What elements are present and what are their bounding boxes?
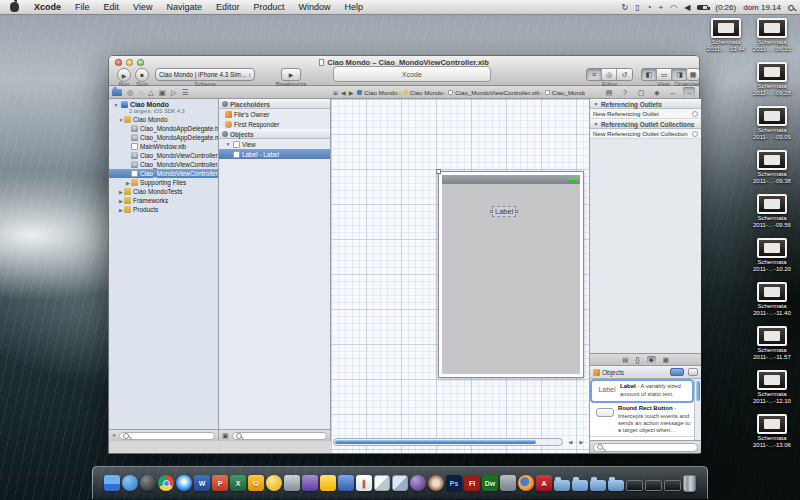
apple-menu-icon[interactable]: [10, 2, 19, 12]
connection-circle[interactable]: [692, 111, 698, 117]
dock-icon-flash[interactable]: Fl: [464, 475, 480, 491]
dock-icon-cube-light[interactable]: [374, 475, 390, 491]
dock-icon-dreamweaver[interactable]: Dw: [482, 475, 498, 491]
placeholders-header[interactable]: Placeholders: [219, 99, 330, 109]
menu-view[interactable]: View: [126, 0, 159, 15]
desktop-icon[interactable]: Schermata2011-…-06.15: [748, 18, 796, 62]
quick-help-icon[interactable]: ?: [619, 87, 631, 98]
symbol-navigator-icon[interactable]: ◎: [127, 88, 134, 97]
dock-icon-min-window-3[interactable]: [664, 480, 681, 491]
organizer-button[interactable]: ▦: [686, 68, 700, 81]
desktop-icon[interactable]: Schermata2011-…-09.09: [748, 106, 796, 150]
version-editor-icon[interactable]: ↺: [617, 69, 632, 80]
connection-circle[interactable]: [692, 131, 698, 137]
scrollbar-buttons[interactable]: ◀▶: [565, 438, 587, 446]
breadcrumb-item[interactable]: Ciao_MondoViewController.xib (English): [544, 89, 585, 96]
stop-button[interactable]: ■: [135, 68, 149, 82]
size-inspector-icon[interactable]: ↔: [667, 87, 679, 98]
object-library-icon[interactable]: ◆: [647, 356, 656, 364]
clock[interactable]: dom 19.14: [743, 3, 781, 12]
desktop-icon[interactable]: Schermata2011-…-13.06: [748, 414, 796, 458]
dock-icon-blue-app[interactable]: [338, 475, 354, 491]
tree-item[interactable]: ▶Supporting Files: [109, 178, 218, 187]
dock-icon-excel[interactable]: X: [230, 475, 246, 491]
library-view-toggle[interactable]: [688, 368, 698, 376]
menu-help[interactable]: Help: [338, 0, 371, 15]
project-row[interactable]: ▼ Ciao Mondo 2 targets, iOS SDK 4.3: [109, 99, 218, 115]
label-row[interactable]: Label - Label: [219, 149, 330, 159]
view-background[interactable]: Label: [442, 184, 580, 374]
dock-icon-word[interactable]: W: [194, 475, 210, 491]
bluetooth-icon[interactable]: +: [658, 3, 663, 12]
project-navigator-icon[interactable]: [112, 89, 122, 96]
navigator-toggle-icon[interactable]: ◧: [642, 69, 657, 80]
breakpoint-navigator-icon[interactable]: ▷: [171, 88, 177, 97]
iphone-view[interactable]: Label: [438, 171, 584, 378]
menu-xcode[interactable]: Xcode: [27, 0, 68, 15]
dock-icon-chrome[interactable]: [158, 475, 174, 491]
tree-item[interactable]: hCiao_MondoViewController.h: [109, 151, 218, 160]
menu-window[interactable]: Window: [291, 0, 337, 15]
spotlight-icon[interactable]: [788, 5, 794, 11]
dock-icon-folder-apps[interactable]: [554, 480, 570, 491]
dock-icon-cube-blue[interactable]: [392, 475, 408, 491]
dock-icon-photoshop[interactable]: Ps: [446, 475, 462, 491]
disclosure-triangle[interactable]: ▼: [225, 141, 231, 147]
battery-icon[interactable]: [697, 5, 708, 10]
tree-item[interactable]: mCiao_MondoViewController.m: [109, 160, 218, 169]
dock-icon-cyberduck[interactable]: [320, 475, 336, 491]
first-responder-row[interactable]: First Responder: [219, 119, 330, 129]
debug-navigator-icon[interactable]: ▣: [159, 88, 166, 97]
view-row[interactable]: ▼ View: [219, 139, 330, 149]
selection-handle[interactable]: [490, 210, 493, 213]
dock-icon-powerpoint[interactable]: P: [212, 475, 228, 491]
identity-inspector-icon[interactable]: ▢: [635, 87, 647, 98]
breadcrumb-item[interactable]: Ciao_MondoViewController.xib: [447, 89, 540, 96]
menu-editor[interactable]: Editor: [209, 0, 247, 15]
issue-navigator-icon[interactable]: △: [148, 88, 154, 97]
run-button[interactable]: ▶: [117, 68, 131, 82]
media-library-icon[interactable]: ▦: [663, 356, 669, 364]
tree-item[interactable]: ▶Ciao MondoTests: [109, 187, 218, 196]
view-toggle-segmented[interactable]: ◧▭◨: [641, 68, 688, 81]
dock-icon-firefox[interactable]: [518, 475, 534, 491]
navigator-filter-field[interactable]: [119, 432, 215, 440]
desktop-icon[interactable]: Schermata2011-…-09.28: [748, 62, 796, 106]
wifi-icon[interactable]: ◠: [670, 3, 677, 12]
dock-icon-gray-utility[interactable]: [284, 475, 300, 491]
scrollbar-thumb[interactable]: [696, 381, 700, 401]
desktop-icon[interactable]: Schermata2011-…-12.10: [748, 370, 796, 414]
library-item[interactable]: Round Rect Button - Intercepts touch eve…: [590, 403, 694, 437]
tree-item[interactable]: MainWindow.xib: [109, 142, 218, 151]
attributes-inspector-icon[interactable]: ◈: [651, 87, 663, 98]
file-inspector-icon[interactable]: ▤: [603, 87, 615, 98]
breadcrumb-item[interactable]: Ciao Mondo: [402, 89, 443, 96]
log-navigator-icon[interactable]: ☰: [182, 88, 189, 97]
library-header[interactable]: Objects: [590, 366, 701, 379]
standard-editor-icon[interactable]: ≡: [587, 69, 602, 80]
displays-icon[interactable]: ▯: [635, 3, 639, 12]
desktop-icon[interactable]: Schermata2011-…-10.20: [748, 238, 796, 282]
outline-filter-field[interactable]: [232, 432, 327, 440]
dock-icon-garageband[interactable]: [428, 475, 444, 491]
dock-icon-min-window-2[interactable]: [645, 480, 662, 491]
debug-toggle-icon[interactable]: ▭: [657, 69, 672, 80]
dock-icon-purple-sphere[interactable]: [410, 475, 426, 491]
disclosure-triangle[interactable]: ▼: [593, 101, 599, 107]
menu-navigate[interactable]: Navigate: [159, 0, 209, 15]
dock-icon-min-window-1[interactable]: [626, 480, 643, 491]
inspector-section-header[interactable]: ▼Referencing Outlets: [590, 99, 701, 109]
forward-icon[interactable]: ▶: [349, 89, 354, 96]
tree-item[interactable]: Ciao_MondoViewController.xib: [109, 169, 218, 178]
interface-builder-canvas[interactable]: Label ◀▶: [331, 99, 589, 453]
breakpoints-button[interactable]: ▶: [281, 68, 301, 81]
selection-handle[interactable]: [515, 210, 518, 213]
dock-icon-yellow-app[interactable]: [266, 475, 282, 491]
library-item[interactable]: LabelLabel - A variably sized amount of …: [590, 379, 694, 403]
sync-icon[interactable]: ↻: [622, 3, 629, 12]
connections-inspector-icon[interactable]: →: [683, 87, 695, 98]
scrollbar-thumb[interactable]: [335, 440, 536, 444]
menu-edit[interactable]: Edit: [97, 0, 127, 15]
search-navigator-icon[interactable]: ◌: [139, 88, 143, 97]
desktop-icon[interactable]: Schermata2011-…-11.57: [748, 326, 796, 370]
